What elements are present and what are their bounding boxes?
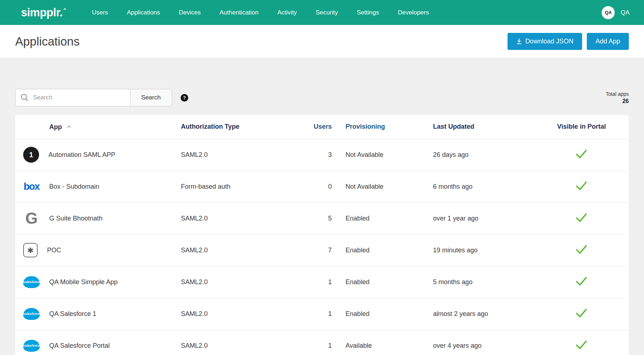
provisioning-status: Not Available xyxy=(332,171,433,202)
user-avatar[interactable]: QA xyxy=(602,6,615,19)
users-count: 5 xyxy=(275,202,332,234)
help-icon[interactable]: ? xyxy=(181,94,188,102)
logo-text: simpplr. xyxy=(21,6,63,19)
authorization-type: SAML2.0 xyxy=(181,202,275,234)
last-updated: 26 days ago xyxy=(433,139,534,171)
authorization-type: SAML2.0 xyxy=(181,330,275,355)
authorization-type: SAML2.0 xyxy=(181,266,275,298)
provisioning-status: Enabled xyxy=(332,234,433,266)
visible-in-portal-cell xyxy=(534,298,629,330)
main-nav: Users Applications Devices Authenticatio… xyxy=(92,9,429,16)
table-row[interactable]: 1 Automation SAML APP SAML2.0 3 Not Avai… xyxy=(15,139,629,171)
provisioning-status: Not Available xyxy=(332,139,433,171)
toolbar: Search ? Total apps 26 xyxy=(15,89,629,106)
last-updated: over 1 year ago xyxy=(433,202,534,234)
sort-asc-icon xyxy=(67,123,71,130)
app-name: Box - Subdomain xyxy=(49,183,99,191)
app-table-body: 1 Automation SAML APP SAML2.0 3 Not Avai… xyxy=(15,139,629,355)
provisioning-status: Enabled xyxy=(332,202,433,234)
visible-in-portal-cell xyxy=(534,330,629,355)
visible-in-portal-cell xyxy=(534,202,629,234)
add-app-button[interactable]: Add App xyxy=(587,33,629,50)
authorization-type: Form-based auth xyxy=(181,171,275,202)
users-count: 1 xyxy=(275,298,332,330)
applications-table-card: App Authorization Type Users Provisionin… xyxy=(15,115,629,355)
check-icon xyxy=(576,181,587,191)
app-name: POC xyxy=(47,247,61,254)
last-updated: 5 months ago xyxy=(433,266,534,298)
check-icon xyxy=(576,245,587,254)
column-header-last-updated[interactable]: Last Updated xyxy=(433,115,534,139)
username-label[interactable]: QA xyxy=(620,9,630,16)
download-json-label: Download JSON xyxy=(525,38,573,45)
check-icon xyxy=(576,213,587,222)
users-count: 3 xyxy=(275,139,332,171)
nav-item-security[interactable]: Security xyxy=(316,9,338,16)
total-apps: Total apps 26 xyxy=(606,91,629,104)
users-count: 1 xyxy=(275,330,332,355)
table-row[interactable]: box Box - Subdomain Form-based auth 0 No… xyxy=(15,171,629,202)
app-name: QA Salesforce Portal xyxy=(49,342,110,350)
download-icon xyxy=(516,38,522,44)
top-navbar: simpplr.^ Users Applications Devices Aut… xyxy=(0,0,644,25)
last-updated: 19 minutes ago xyxy=(433,234,534,266)
column-header-app[interactable]: App xyxy=(15,115,181,139)
search-input[interactable] xyxy=(15,89,130,106)
main-content: Search ? Total apps 26 App Authorization… xyxy=(0,89,644,355)
navbar-right: QA QA xyxy=(602,6,630,19)
add-app-label: Add App xyxy=(595,38,620,45)
visible-in-portal-cell xyxy=(534,139,629,171)
gear-icon: ✱ xyxy=(23,243,38,257)
salesforce-icon: salesforce xyxy=(23,340,40,352)
table-row[interactable]: G G Suite Bhootnath SAML2.0 5 Enabled ov… xyxy=(15,202,629,234)
table-row[interactable]: salesforce QA Mobile Simpple App SAML2.0… xyxy=(15,266,629,298)
column-header-visible-in-portal[interactable]: Visible in Portal xyxy=(534,115,629,139)
page-header: Applications Download JSON Add App xyxy=(0,25,644,58)
header-actions: Download JSON Add App xyxy=(508,33,629,50)
column-header-provisioning[interactable]: Provisioning xyxy=(332,115,433,139)
users-count: 1 xyxy=(275,266,332,298)
nav-item-applications[interactable]: Applications xyxy=(127,9,160,16)
column-header-auth-type[interactable]: Authorization Type xyxy=(181,115,275,139)
authorization-type: SAML2.0 xyxy=(181,234,275,266)
nav-item-authentication[interactable]: Authentication xyxy=(220,9,259,16)
page-title: Applications xyxy=(15,35,80,48)
provisioning-status: Available xyxy=(332,330,433,355)
users-count: 7 xyxy=(275,234,332,266)
g-icon: G xyxy=(23,210,40,227)
check-icon xyxy=(576,340,587,350)
nav-item-settings[interactable]: Settings xyxy=(357,9,379,16)
nav-item-users[interactable]: Users xyxy=(92,9,108,16)
table-row[interactable]: salesforce QA Salesforce 1 SAML2.0 1 Ena… xyxy=(15,298,629,330)
visible-in-portal-cell xyxy=(534,171,629,202)
check-icon xyxy=(576,149,587,159)
applications-table: App Authorization Type Users Provisionin… xyxy=(15,115,629,355)
download-json-button[interactable]: Download JSON xyxy=(508,33,582,50)
simpplr-logo[interactable]: simpplr.^ xyxy=(21,6,66,19)
nav-item-developers[interactable]: Developers xyxy=(398,9,429,16)
nav-item-devices[interactable]: Devices xyxy=(179,9,201,16)
number-icon: 1 xyxy=(23,147,39,163)
app-name: Automation SAML APP xyxy=(49,151,115,159)
column-header-app-label: App xyxy=(49,123,62,131)
column-header-users[interactable]: Users xyxy=(275,115,332,139)
visible-in-portal-cell xyxy=(534,234,629,266)
nav-item-activity[interactable]: Activity xyxy=(277,9,297,16)
app-name: G Suite Bhootnath xyxy=(49,215,102,222)
last-updated: almost 2 years ago xyxy=(433,298,534,330)
total-apps-label: Total apps xyxy=(606,91,629,97)
search-button[interactable]: Search xyxy=(130,89,172,106)
app-name: QA Mobile Simpple App xyxy=(49,278,118,286)
app-name: QA Salesforce 1 xyxy=(49,310,96,318)
check-icon xyxy=(576,308,587,318)
table-row[interactable]: salesforce QA Salesforce Portal SAML2.0 … xyxy=(15,330,629,355)
table-row[interactable]: ✱ POC SAML2.0 7 Enabled 19 minutes ago xyxy=(15,234,629,266)
check-icon xyxy=(576,277,587,286)
authorization-type: SAML2.0 xyxy=(181,139,275,171)
search-group: Search xyxy=(15,89,172,106)
users-count: 0 xyxy=(275,171,332,202)
salesforce-icon: salesforce xyxy=(23,308,40,320)
table-header-row: App Authorization Type Users Provisionin… xyxy=(15,115,629,139)
provisioning-status: Enabled xyxy=(332,298,433,330)
last-updated: 6 months ago xyxy=(433,171,534,202)
